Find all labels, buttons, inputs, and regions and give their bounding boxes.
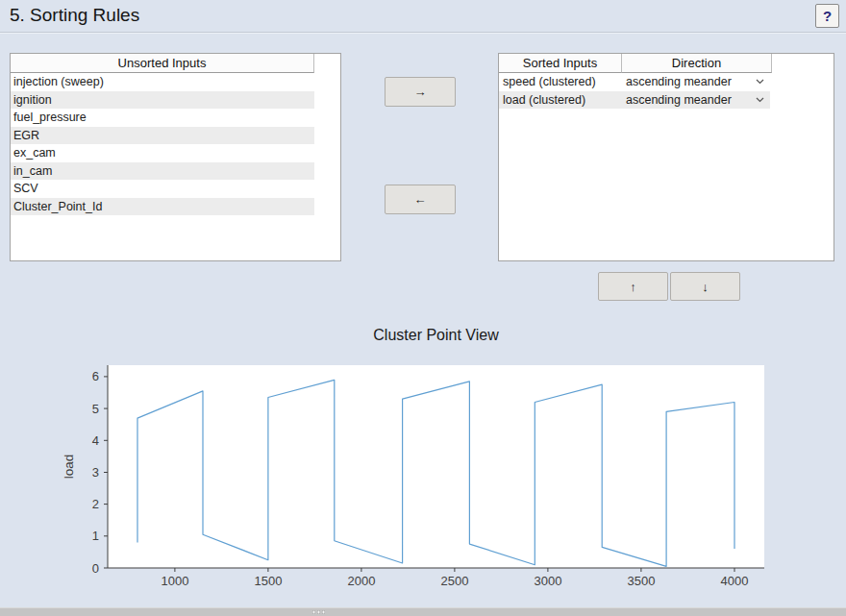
svg-text:3500: 3500 [627, 574, 655, 588]
chart-title: Cluster Point View [108, 327, 764, 346]
unsorted-inputs-list: injection (sweep)ignitionfuel_pressureEG… [11, 73, 340, 215]
svg-text:1000: 1000 [161, 574, 188, 588]
unsorted-inputs-header-row: Unsorted Inputs [11, 54, 340, 73]
direction-dropdown[interactable]: ascending meander [622, 73, 770, 91]
bottom-splitter[interactable] [0, 607, 846, 616]
unsorted-inputs-column-header: Unsorted Inputs [11, 54, 314, 73]
header-bar: 5. Sorting Rules [0, 0, 846, 33]
page-title: 5. Sorting Rules [10, 5, 139, 26]
chevron-down-icon [756, 79, 764, 85]
direction-dropdown[interactable]: ascending meander [622, 91, 770, 110]
svg-text:1: 1 [92, 529, 99, 543]
svg-text:3: 3 [92, 465, 99, 480]
list-item[interactable]: fuel_pressure [11, 109, 314, 127]
table-row: load (clustered)ascending meander [499, 91, 834, 110]
table-row: speed (clustered)ascending meander [499, 73, 834, 91]
sorted-inputs-table[interactable]: Sorted Inputs Direction speed (clustered… [498, 53, 834, 261]
list-item[interactable]: in_cam [11, 162, 314, 181]
list-item[interactable]: ex_cam [11, 144, 314, 162]
list-item[interactable]: injection (sweep) [11, 73, 314, 91]
chevron-down-icon [756, 97, 764, 103]
move-down-button[interactable]: ↓ [670, 272, 740, 301]
svg-text:2000: 2000 [347, 574, 375, 588]
svg-text:4000: 4000 [721, 574, 749, 588]
list-item[interactable]: SCV [11, 180, 314, 198]
svg-text:1500: 1500 [254, 574, 282, 588]
sorted-input-cell[interactable]: speed (clustered) [499, 73, 622, 91]
unsorted-inputs-table[interactable]: Unsorted Inputs injection (sweep)ignitio… [10, 53, 341, 261]
direction-column-header: Direction [622, 54, 772, 73]
move-up-button[interactable]: ↑ [598, 272, 668, 301]
svg-text:6: 6 [92, 369, 99, 383]
sorted-inputs-list: speed (clustered)ascending meanderload (… [499, 73, 834, 109]
svg-text:load: load [62, 455, 76, 480]
list-item[interactable]: EGR [11, 127, 314, 145]
svg-text:2: 2 [92, 497, 99, 511]
sorted-inputs-column-header: Sorted Inputs [499, 54, 622, 73]
svg-text:5: 5 [92, 402, 99, 416]
cluster-point-chart: 10001500200025003000350040000123456load [56, 354, 777, 605]
splitter-grip-icon[interactable] [312, 610, 325, 614]
svg-text:3000: 3000 [534, 574, 561, 588]
svg-text:2500: 2500 [440, 574, 468, 588]
sorted-input-cell[interactable]: load (clustered) [499, 91, 622, 110]
help-button[interactable]: ? [815, 4, 839, 28]
svg-text:0: 0 [92, 561, 99, 576]
svg-text:4: 4 [92, 433, 99, 448]
move-right-button[interactable]: → [385, 77, 456, 107]
sorted-inputs-header-row: Sorted Inputs Direction [499, 54, 834, 73]
move-left-button[interactable]: ← [385, 185, 456, 214]
direction-value: ascending meander [626, 91, 732, 110]
list-item[interactable]: Cluster_Point_Id [11, 198, 314, 216]
direction-value: ascending meander [626, 73, 732, 91]
list-item[interactable]: ignition [11, 91, 314, 110]
